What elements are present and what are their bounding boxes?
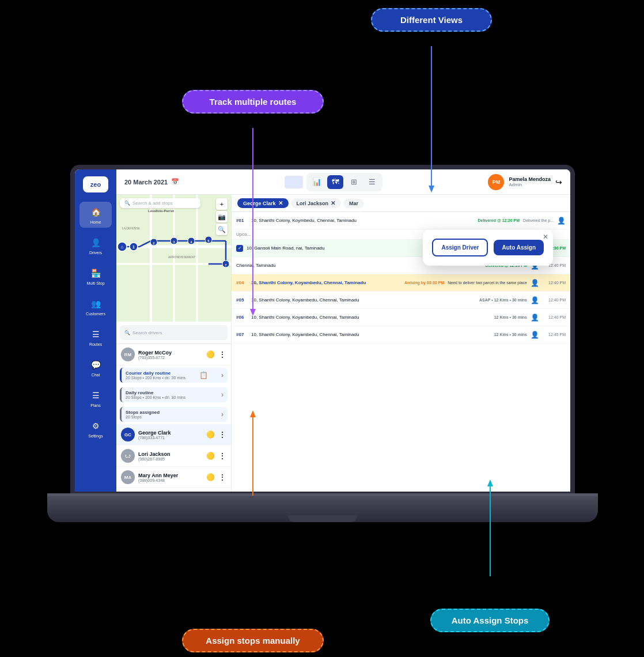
main-content: 20 March 2021 📅 📊 🗺 ⊞ ☰ — [116, 169, 570, 492]
sidebar-label-home: Home — [90, 220, 101, 224]
driver-avatar-mary: MA — [121, 470, 135, 484]
drivers-search-area: 🔍 Search drivers — [116, 322, 231, 344]
auto-assign-button[interactable]: Auto Assign — [494, 240, 544, 255]
stop-assign-icon-7[interactable]: 👤 — [531, 331, 539, 339]
driver-name-lori: Lori Jackson — [138, 451, 203, 457]
user-name: Pamela Mendoza — [509, 176, 551, 182]
zoom-in-btn[interactable]: + — [216, 198, 228, 210]
sidebar-label-customers: Customers — [86, 312, 105, 316]
menu-view-btn[interactable]: ☰ — [364, 175, 380, 189]
stop-addr-4: 10, Shanthi Colony, Koyambedu, Chennai, … — [251, 280, 401, 285]
tab-more-label: Mar — [349, 201, 358, 206]
stop-assign-icon-4[interactable]: 👤 — [531, 279, 539, 287]
map-capture-btn[interactable]: 📷 — [216, 211, 228, 222]
driver-phone-mary: (388)609-4348 — [138, 478, 203, 482]
search-drivers-placeholder: Search drivers — [132, 330, 162, 335]
assign-stops-manually-label: Assign stops manually — [182, 629, 324, 652]
driver-card-mary[interactable]: MA Mary Ann Meyer (388)609-4348 🟡 ⋮ — [116, 467, 231, 488]
stop-assign-icon-5[interactable]: 👤 — [531, 296, 539, 304]
tab-george-clark[interactable]: George Clark ✕ — [237, 198, 289, 208]
assign-driver-popup: Assign Driver Auto Assign ✕ — [423, 229, 553, 266]
sidebar-item-customers[interactable]: 👥 Customers — [79, 293, 112, 319]
chart-view-btn[interactable]: 📊 — [309, 175, 325, 189]
sidebar-label-plans: Plans — [90, 403, 101, 407]
driver-avatar-roger: RM — [121, 348, 135, 361]
routine-stops[interactable]: Stops assigned 20 Stops › — [120, 407, 228, 422]
stop-assign-icon-6[interactable]: 👤 — [531, 314, 539, 322]
map-zoom-btn[interactable]: 🔍 — [216, 224, 228, 235]
popup-close-btn[interactable]: ✕ — [543, 233, 548, 241]
view-switcher: 📊 🗺 ⊞ ☰ — [306, 173, 382, 191]
routine-daily-arrow[interactable]: › — [221, 391, 223, 399]
sidebar: zeo 🏠 Home 👤 Drivers 🏪 Multi Stop — [75, 169, 116, 492]
driver-card-george[interactable]: GC George Clark (786)333-4771 🟡 ⋮ — [116, 424, 231, 445]
driver-menu-lori[interactable]: ⋮ — [218, 451, 226, 460]
user-avatar: PM — [488, 174, 504, 190]
sidebar-item-routes[interactable]: ☰ Routes — [79, 324, 112, 350]
header-date: 20 March 2021 📅 — [124, 178, 179, 186]
routine-courier[interactable]: Courier daily routine 20 Stops • 200 Kms… — [120, 368, 228, 383]
calendar-icon[interactable]: 📅 — [171, 178, 179, 186]
assign-driver-button[interactable]: Assign Driver — [432, 239, 488, 256]
sidebar-item-multistop[interactable]: 🏪 Multi Stop — [79, 263, 112, 289]
routes-icon: ☰ — [89, 327, 103, 341]
stop-num-7: #07 — [236, 332, 248, 337]
stop-checkbox-2[interactable] — [236, 245, 243, 252]
grid-view-btn[interactable]: ⊞ — [346, 175, 362, 189]
driver-card-lori[interactable]: LJ Lori Jackson (360)267-8985 🟡 ⋮ — [116, 445, 231, 467]
driver-badge-roger: 🟡 — [206, 350, 215, 358]
tab-lori-close[interactable]: ✕ — [331, 200, 335, 206]
sidebar-item-home[interactable]: 🏠 Home — [79, 202, 112, 228]
auto-assign-stops-label: Auto Assign Stops — [430, 609, 550, 632]
driver-card-roger[interactable]: RM Roger McCoy (763)355-8772 🟡 ⋮ — [116, 344, 231, 365]
stop-time-4: 12:40 PM — [543, 281, 566, 285]
routine-courier-arrow[interactable]: › — [221, 371, 223, 379]
logout-icon[interactable]: ↪ — [555, 178, 562, 187]
driver-name-roger: Roger McCoy — [138, 350, 203, 356]
map-search[interactable]: 🔍 Search & add stops — [120, 198, 200, 208]
stop-status-6: 12 Kms • 30 mins — [494, 315, 527, 319]
sidebar-item-plans[interactable]: ☰ Plans — [79, 385, 112, 411]
chat-icon: 💬 — [89, 358, 103, 372]
stop-row-7: #07 10, Shanthi Colony, Koyambedu, Chenn… — [232, 326, 570, 343]
driver-name-mary: Mary Ann Meyer — [138, 473, 203, 478]
routine-courier-sub: 20 Stops • 200 Kms • dri. 30 mins — [126, 376, 185, 380]
routine-daily[interactable]: Daily routine 20 Stops • 200 Kms • dri. … — [120, 387, 228, 402]
sidebar-label-routes: Routes — [89, 342, 102, 346]
header: 20 March 2021 📅 📊 🗺 ⊞ ☰ — [116, 169, 570, 195]
driver-info-george: George Clark (786)333-4771 — [138, 430, 203, 440]
driver-menu-george[interactable]: ⋮ — [218, 430, 226, 439]
driver-phone-roger: (763)355-8772 — [138, 356, 203, 360]
stop-note-1: Delivered the p... — [523, 218, 554, 222]
sidebar-item-chat[interactable]: 💬 Chat — [79, 354, 112, 380]
laptop-screen: zeo 🏠 Home 👤 Drivers 🏪 Multi Stop — [70, 165, 575, 496]
stop-assign-icon-1[interactable]: 👤 — [557, 217, 566, 225]
sidebar-item-settings[interactable]: ⚙ Settings — [79, 416, 112, 441]
stop-status-4: Arriving by 03:30 PM — [404, 281, 444, 285]
stop-time-7: 12:45 PM — [543, 333, 566, 337]
stop-time-6: 12:40 PM — [543, 315, 566, 319]
routine-stops-arrow[interactable]: › — [221, 410, 223, 418]
drivers-search-box[interactable]: 🔍 Search drivers — [120, 325, 228, 340]
map-view-btn[interactable]: 🗺 — [327, 175, 343, 189]
map-svg: 1 2 3 4 5 7 — [116, 195, 231, 322]
tab-more[interactable]: Mar — [343, 199, 364, 208]
stop-num-5: #05 — [236, 297, 248, 303]
laptop-base — [47, 496, 598, 522]
laptop-notch — [288, 515, 357, 522]
driver-avatar-lori: LJ — [121, 449, 135, 463]
tab-george-close[interactable]: ✕ — [278, 200, 283, 206]
stop-row-4: #04 10, Shanthi Colony, Koyambedu, Chenn… — [232, 274, 570, 292]
stop-row-1: #01 10, Shanthi Colony, Koymbedu, Chenna… — [232, 212, 570, 229]
svg-text:Levallois-Perret: Levallois-Perret — [148, 209, 174, 213]
tab-lori-jackson[interactable]: Lori Jackson ✕ — [291, 198, 342, 208]
driver-name-george: George Clark — [138, 430, 203, 436]
routine-stops-sub: 20 Stops — [126, 415, 160, 419]
body-split: 1 2 3 4 5 7 — [116, 195, 570, 492]
driver-menu-mary[interactable]: ⋮ — [218, 473, 226, 482]
stop-addr-1: 10, Shanthi Colony, Koymbedu, Chennai, T… — [251, 218, 474, 223]
driver-menu-roger[interactable]: ⋮ — [218, 350, 226, 359]
sidebar-item-drivers[interactable]: 👤 Drivers — [79, 232, 112, 258]
track-multiple-routes-label: Track multiple routes — [182, 90, 324, 114]
driver-tabs: George Clark ✕ Lori Jackson ✕ Mar — [232, 195, 570, 212]
